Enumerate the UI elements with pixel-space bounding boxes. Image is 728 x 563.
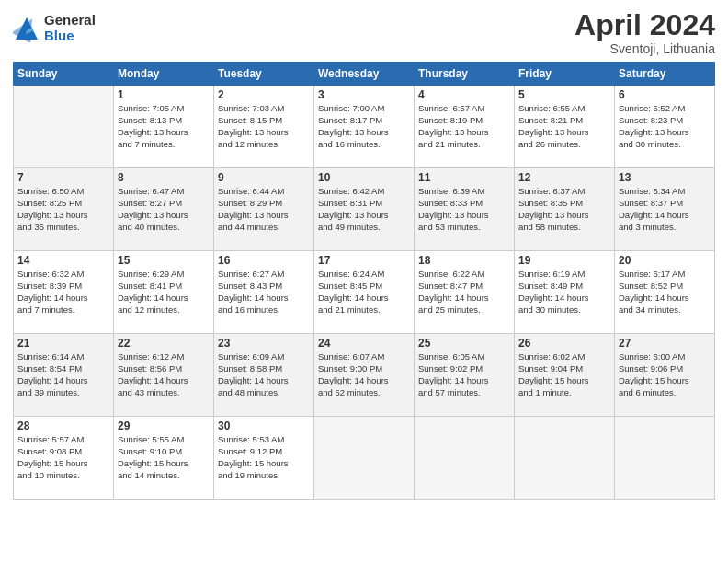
day-info: Sunrise: 6:19 AM Sunset: 8:49 PM Dayligh… bbox=[518, 269, 610, 316]
day-info: Sunrise: 5:53 AM Sunset: 9:12 PM Dayligh… bbox=[218, 434, 310, 481]
day-number: 22 bbox=[118, 337, 210, 350]
calendar-cell bbox=[615, 417, 715, 500]
day-number: 6 bbox=[619, 88, 711, 101]
day-info: Sunrise: 5:55 AM Sunset: 9:10 PM Dayligh… bbox=[118, 434, 210, 481]
day-number: 7 bbox=[17, 171, 109, 184]
day-number: 15 bbox=[118, 254, 210, 267]
logo-general: General bbox=[44, 13, 96, 29]
day-number: 13 bbox=[619, 171, 711, 184]
calendar-cell bbox=[314, 417, 415, 500]
day-number: 5 bbox=[518, 88, 610, 101]
day-info: Sunrise: 6:22 AM Sunset: 8:47 PM Dayligh… bbox=[418, 269, 510, 316]
calendar-table: SundayMondayTuesdayWednesdayThursdayFrid… bbox=[13, 62, 715, 500]
day-info: Sunrise: 6:44 AM Sunset: 8:29 PM Dayligh… bbox=[218, 186, 310, 233]
header-row: SundayMondayTuesdayWednesdayThursdayFrid… bbox=[14, 63, 715, 86]
calendar-cell: 19Sunrise: 6:19 AM Sunset: 8:49 PM Dayli… bbox=[515, 251, 615, 334]
logo-icon bbox=[13, 15, 40, 42]
day-info: Sunrise: 6:12 AM Sunset: 8:56 PM Dayligh… bbox=[118, 351, 210, 398]
day-info: Sunrise: 7:03 AM Sunset: 8:15 PM Dayligh… bbox=[218, 103, 310, 150]
day-number: 28 bbox=[17, 419, 109, 432]
day-number: 12 bbox=[518, 171, 610, 184]
day-info: Sunrise: 6:14 AM Sunset: 8:54 PM Dayligh… bbox=[17, 351, 109, 398]
week-row-4: 21Sunrise: 6:14 AM Sunset: 8:54 PM Dayli… bbox=[14, 334, 715, 417]
header-tuesday: Tuesday bbox=[214, 63, 314, 86]
calendar-cell: 28Sunrise: 5:57 AM Sunset: 9:08 PM Dayli… bbox=[14, 417, 114, 500]
calendar-cell: 22Sunrise: 6:12 AM Sunset: 8:56 PM Dayli… bbox=[114, 334, 214, 417]
calendar-cell: 13Sunrise: 6:34 AM Sunset: 8:37 PM Dayli… bbox=[615, 168, 715, 251]
day-info: Sunrise: 7:00 AM Sunset: 8:17 PM Dayligh… bbox=[318, 103, 410, 150]
calendar-cell: 24Sunrise: 6:07 AM Sunset: 9:00 PM Dayli… bbox=[314, 334, 415, 417]
logo-text: General Blue bbox=[44, 13, 96, 43]
day-info: Sunrise: 6:52 AM Sunset: 8:23 PM Dayligh… bbox=[619, 103, 711, 150]
calendar-cell: 29Sunrise: 5:55 AM Sunset: 9:10 PM Dayli… bbox=[114, 417, 214, 500]
day-number: 14 bbox=[17, 254, 109, 267]
calendar-cell: 27Sunrise: 6:00 AM Sunset: 9:06 PM Dayli… bbox=[615, 334, 715, 417]
calendar-cell: 11Sunrise: 6:39 AM Sunset: 8:33 PM Dayli… bbox=[415, 168, 515, 251]
day-number: 29 bbox=[118, 419, 210, 432]
calendar-cell: 21Sunrise: 6:14 AM Sunset: 8:54 PM Dayli… bbox=[14, 334, 114, 417]
day-info: Sunrise: 6:55 AM Sunset: 8:21 PM Dayligh… bbox=[518, 103, 610, 150]
calendar-cell: 30Sunrise: 5:53 AM Sunset: 9:12 PM Dayli… bbox=[214, 417, 314, 500]
title-block: April 2024 Sventoji, Lithuania bbox=[574, 9, 715, 56]
location-title: Sventoji, Lithuania bbox=[574, 41, 715, 56]
calendar-cell: 8Sunrise: 6:47 AM Sunset: 8:27 PM Daylig… bbox=[114, 168, 214, 251]
day-info: Sunrise: 6:05 AM Sunset: 9:02 PM Dayligh… bbox=[418, 351, 510, 398]
calendar-cell bbox=[515, 417, 615, 500]
calendar-cell: 25Sunrise: 6:05 AM Sunset: 9:02 PM Dayli… bbox=[415, 334, 515, 417]
day-number: 21 bbox=[17, 337, 109, 350]
calendar-cell bbox=[14, 86, 114, 168]
day-info: Sunrise: 6:09 AM Sunset: 8:58 PM Dayligh… bbox=[218, 351, 310, 398]
calendar-cell: 20Sunrise: 6:17 AM Sunset: 8:52 PM Dayli… bbox=[615, 251, 715, 334]
header-friday: Friday bbox=[515, 63, 615, 86]
header-saturday: Saturday bbox=[615, 63, 715, 86]
day-number: 3 bbox=[318, 88, 410, 101]
day-number: 18 bbox=[418, 254, 510, 267]
day-info: Sunrise: 5:57 AM Sunset: 9:08 PM Dayligh… bbox=[17, 434, 109, 481]
day-number: 24 bbox=[318, 337, 410, 350]
day-info: Sunrise: 7:05 AM Sunset: 8:13 PM Dayligh… bbox=[118, 103, 210, 150]
day-number: 4 bbox=[418, 88, 510, 101]
day-info: Sunrise: 6:24 AM Sunset: 8:45 PM Dayligh… bbox=[318, 269, 410, 316]
calendar-cell: 18Sunrise: 6:22 AM Sunset: 8:47 PM Dayli… bbox=[415, 251, 515, 334]
week-row-5: 28Sunrise: 5:57 AM Sunset: 9:08 PM Dayli… bbox=[14, 417, 715, 500]
calendar-cell: 10Sunrise: 6:42 AM Sunset: 8:31 PM Dayli… bbox=[314, 168, 415, 251]
day-info: Sunrise: 6:32 AM Sunset: 8:39 PM Dayligh… bbox=[17, 269, 109, 316]
calendar-cell: 17Sunrise: 6:24 AM Sunset: 8:45 PM Dayli… bbox=[314, 251, 415, 334]
day-number: 10 bbox=[318, 171, 410, 184]
day-number: 9 bbox=[218, 171, 310, 184]
page: General Blue April 2024 Sventoji, Lithua… bbox=[0, 0, 728, 563]
day-info: Sunrise: 6:50 AM Sunset: 8:25 PM Dayligh… bbox=[17, 186, 109, 233]
day-number: 2 bbox=[218, 88, 310, 101]
day-number: 25 bbox=[418, 337, 510, 350]
day-number: 8 bbox=[118, 171, 210, 184]
calendar-cell: 1Sunrise: 7:05 AM Sunset: 8:13 PM Daylig… bbox=[114, 86, 214, 168]
day-number: 19 bbox=[518, 254, 610, 267]
logo-blue: Blue bbox=[44, 29, 96, 44]
week-row-2: 7Sunrise: 6:50 AM Sunset: 8:25 PM Daylig… bbox=[14, 168, 715, 251]
day-number: 26 bbox=[518, 337, 610, 350]
calendar-cell: 14Sunrise: 6:32 AM Sunset: 8:39 PM Dayli… bbox=[14, 251, 114, 334]
day-number: 23 bbox=[218, 337, 310, 350]
header: General Blue April 2024 Sventoji, Lithua… bbox=[13, 9, 715, 56]
header-monday: Monday bbox=[114, 63, 214, 86]
day-info: Sunrise: 6:37 AM Sunset: 8:35 PM Dayligh… bbox=[518, 186, 610, 233]
calendar-cell: 4Sunrise: 6:57 AM Sunset: 8:19 PM Daylig… bbox=[415, 86, 515, 168]
day-info: Sunrise: 6:39 AM Sunset: 8:33 PM Dayligh… bbox=[418, 186, 510, 233]
header-sunday: Sunday bbox=[14, 63, 114, 86]
calendar-cell: 7Sunrise: 6:50 AM Sunset: 8:25 PM Daylig… bbox=[14, 168, 114, 251]
day-number: 17 bbox=[318, 254, 410, 267]
day-number: 16 bbox=[218, 254, 310, 267]
day-number: 30 bbox=[218, 419, 310, 432]
calendar-cell: 5Sunrise: 6:55 AM Sunset: 8:21 PM Daylig… bbox=[515, 86, 615, 168]
week-row-1: 1Sunrise: 7:05 AM Sunset: 8:13 PM Daylig… bbox=[14, 86, 715, 168]
calendar-cell: 9Sunrise: 6:44 AM Sunset: 8:29 PM Daylig… bbox=[214, 168, 314, 251]
day-info: Sunrise: 6:29 AM Sunset: 8:41 PM Dayligh… bbox=[118, 269, 210, 316]
day-number: 27 bbox=[619, 337, 711, 350]
calendar-cell bbox=[415, 417, 515, 500]
calendar-cell: 3Sunrise: 7:00 AM Sunset: 8:17 PM Daylig… bbox=[314, 86, 415, 168]
day-info: Sunrise: 6:47 AM Sunset: 8:27 PM Dayligh… bbox=[118, 186, 210, 233]
day-info: Sunrise: 6:00 AM Sunset: 9:06 PM Dayligh… bbox=[619, 351, 711, 398]
day-info: Sunrise: 6:07 AM Sunset: 9:00 PM Dayligh… bbox=[318, 351, 410, 398]
day-info: Sunrise: 6:34 AM Sunset: 8:37 PM Dayligh… bbox=[619, 186, 711, 233]
day-info: Sunrise: 6:17 AM Sunset: 8:52 PM Dayligh… bbox=[619, 269, 711, 316]
